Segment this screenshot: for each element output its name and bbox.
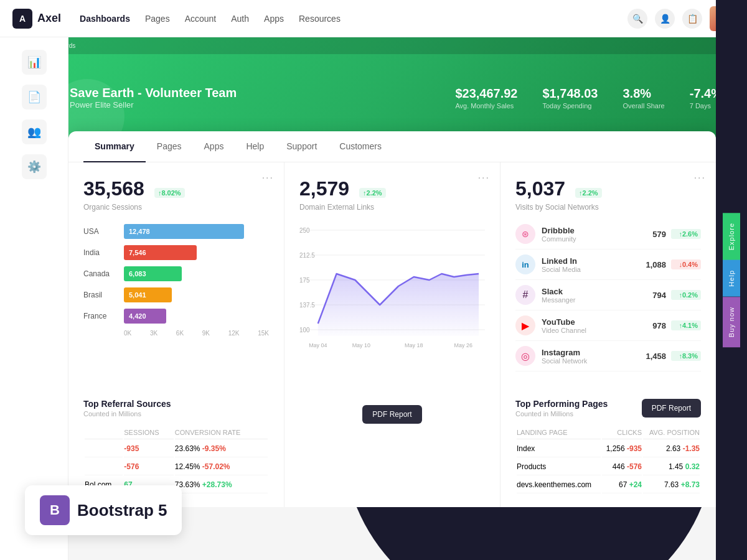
youtube-info: YouTube Video Channel (542, 317, 586, 334)
referral-row-1: -935 23.63% -9.35% (85, 441, 268, 457)
sidebar-pages-icon[interactable]: 📄 (22, 85, 47, 110)
svg-text:May 18: May 18 (405, 342, 423, 348)
svg-text:May 10: May 10 (352, 342, 370, 348)
page-clicks-1: 1,256 -935 (602, 441, 642, 457)
nav-account[interactable]: Account (185, 14, 217, 24)
banner-stats: $23,467.92 Avg. Monthly Sales $1,748.03 … (455, 86, 722, 110)
tab-customers[interactable]: Customers (328, 131, 393, 162)
bar-container-canada: 6,083 (124, 266, 269, 281)
profile-role: Power Elite Seller (70, 100, 237, 110)
bar-brasil: 5,041 (124, 287, 172, 302)
svg-text:May 04: May 04 (309, 342, 327, 348)
bar-label-canada: Canada (83, 269, 118, 278)
settings-button[interactable]: 📋 (682, 9, 702, 29)
sidebar-dashboard-icon[interactable]: 📊 (22, 50, 47, 75)
bar-india: 7,546 (124, 245, 197, 260)
widget-pdf-report: PDF Report (284, 386, 500, 507)
stat-overall-share: 3.8% Overall Share (622, 86, 664, 110)
slack-icon: # (515, 285, 535, 305)
nav-dashboards[interactable]: Dashboards (80, 14, 130, 24)
nav-resources[interactable]: Resources (299, 14, 341, 24)
youtube-type: Video Channel (542, 327, 586, 334)
widget-performing-pages: Top Performing Pages Counted in Millions… (500, 386, 716, 507)
bar-label-brasil: Brasil (83, 291, 118, 299)
stat-today-spending: $1,748.03 Today Spending (543, 86, 598, 110)
tab-support[interactable]: Support (275, 131, 328, 162)
tab-summary[interactable]: Summary (83, 131, 146, 162)
breadcrumb: 🏠 › Dashboards (0, 37, 747, 54)
notifications-button[interactable]: 👤 (655, 9, 675, 29)
referral-sub: Counted in Millions (83, 410, 269, 418)
navbar: A Axel Dashboards Pages Account Auth App… (0, 0, 747, 37)
dashboard-grid: ··· 35,568 8.02% Organic Sessions USA 12… (68, 162, 716, 386)
linkedin-icon: in (515, 254, 535, 274)
buynow-button[interactable]: Buy now (723, 297, 740, 347)
sidebar-settings-icon[interactable]: ⚙️ (22, 154, 47, 179)
external-links-value: 2,579 (299, 177, 349, 200)
pdf-report-button[interactable]: PDF Report (362, 405, 421, 424)
external-links-badge: 2.2% (359, 188, 386, 198)
referral-table: SESSIONS CONVERSION RATE -935 23.63% -9.… (83, 425, 269, 495)
left-sidebar: 📊 📄 👥 ⚙️ (0, 37, 68, 507)
widget-social-networks: ··· 5,037 2.2% Visits by Social Networks… (500, 162, 716, 386)
col-avg-pos: AVG. POSITION (643, 426, 700, 439)
organic-sessions-value: 35,568 (83, 177, 144, 200)
banner: 🌐 Save Earth - Volunteer Team Power Elit… (0, 54, 747, 141)
svg-text:137.5: 137.5 (299, 302, 315, 309)
page-name-1: Index (517, 441, 601, 457)
pages-row-3: devs.keenthemes.com 67 +24 7.63 +8.73 (517, 477, 700, 493)
help-button[interactable]: Help (723, 260, 740, 297)
tab-apps[interactable]: Apps (193, 131, 235, 162)
ref-sessions-2: -576 (124, 459, 174, 475)
col-sessions: SESSIONS (124, 426, 174, 439)
tab-help[interactable]: Help (235, 131, 275, 162)
social-row-slack: # Slack Messanger 794 ↑0.2% (515, 280, 701, 310)
social-list: ⊛ Dribbble Community 579 ↑2.6% in Linked… (515, 219, 701, 371)
nav-pages[interactable]: Pages (145, 14, 170, 24)
slack-count: 794 (652, 291, 666, 300)
dribbble-icon: ⊛ (515, 224, 535, 244)
ref-conv-3: 73.63% +28.73% (175, 477, 268, 493)
svg-text:May 26: May 26 (454, 342, 472, 348)
bar-container-india: 7,546 (124, 245, 269, 260)
widget-menu-2[interactable]: ··· (478, 172, 490, 184)
col-source (85, 426, 123, 439)
widget-external-links: ··· 2,579 2.2% Domain External Links 250… (284, 162, 500, 386)
pages-row-1: Index 1,256 -935 2.63 -1.35 (517, 441, 700, 457)
bar-chart: USA 12,478 India 7,546 Canada 6,083 (83, 224, 269, 337)
slack-type: Messanger (542, 296, 575, 304)
bar-usa: 12,478 (124, 224, 244, 239)
page-pos-2: 1.45 0.32 (643, 459, 700, 475)
youtube-change: ↑4.1% (671, 320, 701, 330)
pdf-report-button-2[interactable]: PDF Report (642, 399, 701, 418)
ref-name-1 (85, 441, 123, 457)
page-clicks-3: 67 +24 (602, 477, 642, 493)
nav-apps[interactable]: Apps (264, 14, 284, 24)
svg-text:250: 250 (299, 227, 310, 234)
linkedin-change: ↓0.4% (671, 259, 701, 269)
bar-container-usa: 12,478 (124, 224, 269, 239)
widget-menu-3[interactable]: ··· (694, 172, 706, 184)
social-badge: 2.2% (575, 188, 602, 198)
social-row-dribbble: ⊛ Dribbble Community 579 ↑2.6% (515, 219, 701, 250)
line-chart: 250 212.5 175 137.5 100 May (299, 224, 485, 348)
search-button[interactable]: 🔍 (627, 9, 647, 29)
instagram-icon: ◎ (515, 346, 535, 366)
bar-label-france: France (83, 312, 118, 320)
organic-sessions-label: Organic Sessions (83, 203, 269, 212)
brand-name: Axel (37, 12, 61, 25)
bar-row-india: India 7,546 (83, 245, 269, 260)
sidebar-users-icon[interactable]: 👥 (22, 119, 47, 144)
pages-sub: Counted in Millions (515, 410, 608, 418)
tab-pages[interactable]: Pages (146, 131, 193, 162)
widget-menu-1[interactable]: ··· (262, 172, 274, 184)
bar-france: 4,420 (124, 309, 166, 324)
pages-row-2: Products 446 -576 1.45 0.32 (517, 459, 700, 475)
instagram-change: ↑8.3% (671, 351, 701, 361)
ref-conv-2: 12.45% -57.02% (175, 459, 268, 475)
dribbble-info: Dribbble Community (542, 226, 576, 243)
bootstrap-label: Bootstrap 5 (77, 501, 167, 508)
nav-auth[interactable]: Auth (231, 14, 249, 24)
explore-button[interactable]: Explore (723, 213, 740, 260)
page-pos-3: 7.63 +8.73 (643, 477, 700, 493)
